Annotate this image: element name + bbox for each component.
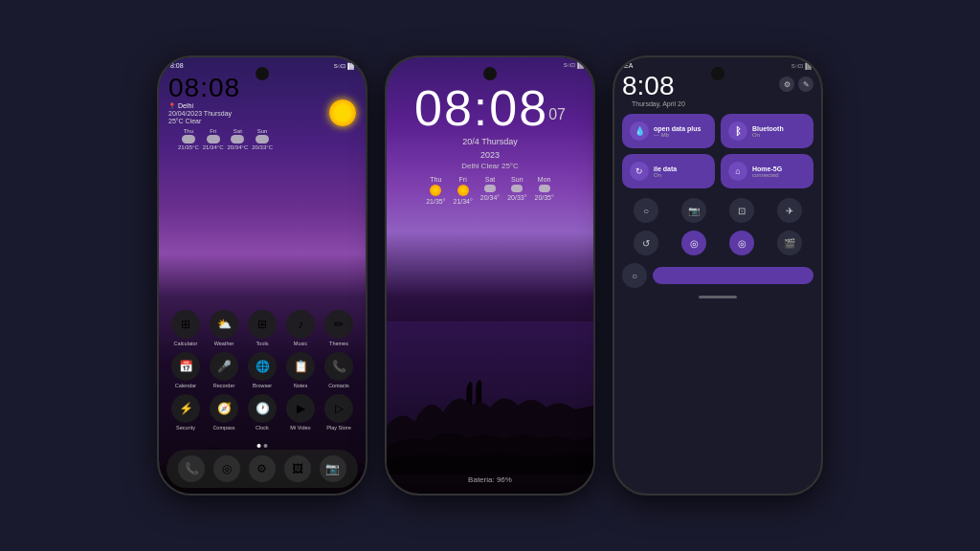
- cc-tile-mobiledata[interactable]: ↻ ile data On: [622, 154, 715, 188]
- app-themes[interactable]: ✏ Themes: [322, 310, 356, 346]
- lock-hours: 08:08: [414, 80, 548, 136]
- app-row-1: ⊞ Calculator ⛅ Weather ⊞ Tools ♪ Music: [167, 310, 358, 346]
- volume-slider[interactable]: [653, 267, 813, 284]
- tools-label: Tools: [256, 341, 269, 346]
- cloud-icon-fri: [207, 135, 220, 143]
- cc-tile-data[interactable]: 💧 open data plus — Mb: [622, 114, 715, 148]
- bluetooth-tile-text: Bluetooth On: [752, 125, 784, 138]
- app-grid: ⊞ Calculator ⛅ Weather ⊞ Tools ♪ Music: [159, 310, 366, 436]
- app-compass[interactable]: 🧭 Compass: [207, 394, 241, 430]
- status-bar-1: 8:08 S○⊡▐▓: [159, 57, 366, 73]
- temp-display: 25°C Clear: [168, 118, 240, 124]
- bluetooth-icon: ᛒ: [728, 121, 747, 141]
- mobiledata-tile-text: ile data On: [654, 165, 677, 178]
- forecast-sun: Sun 20/33°C: [252, 128, 273, 150]
- app-row-2: 📅 Calendar 🎤 Recorder 🌐 Browser 📋 Notes: [167, 352, 358, 388]
- cc-edit-icon[interactable]: ✎: [798, 77, 813, 92]
- status-icons-1: S○⊡▐▓: [334, 62, 354, 69]
- forecast-thu: Thu 21/35°C: [178, 128, 199, 150]
- app-browser[interactable]: 🌐 Browser: [245, 352, 279, 388]
- security-label: Security: [176, 425, 195, 430]
- cc-location-btn[interactable]: ○: [634, 198, 658, 223]
- data-title: open data plus: [654, 125, 701, 132]
- contacts-label: Contacts: [328, 383, 349, 388]
- cloud-icon-sat: [231, 135, 244, 143]
- calculator-label: Calculator: [174, 341, 198, 346]
- cc-airplane-btn[interactable]: ✈: [777, 198, 802, 223]
- weather-widget: 08:08 📍 Delhi 20/04/2023 Thursday 25°C C…: [159, 73, 366, 156]
- phone-3-screen: EA S○⊡▐▓ 8:08 Thursday, April 20 ⚙ ✎: [614, 57, 821, 494]
- phone-1-screen: 8:08 S○⊡▐▓ 08:08 📍 Delhi 20/04/2023 Thur…: [159, 57, 366, 494]
- cc-user-label: EA: [624, 62, 633, 69]
- cc-moon-btn[interactable]: ◎: [729, 231, 754, 255]
- phone-1: 8:08 S○⊡▐▓ 08:08 📍 Delhi 20/04/2023 Thur…: [157, 55, 368, 496]
- lock-forecast: Thu 21/35° Fri 21/34° Sat 20/34° Sun: [387, 176, 593, 205]
- lock-sat: Sat 20/34°: [480, 176, 500, 205]
- browser-label: Browser: [253, 383, 272, 388]
- lock-sun-fri: [457, 185, 469, 196]
- phone-2-screen: S○⊡▐▓ 08:0807 20/4 Thursday 2023 Delhi C…: [387, 57, 593, 494]
- recorder-icon: 🎤: [210, 352, 238, 381]
- status-time: 8:08: [170, 62, 184, 69]
- phone-2: S○⊡▐▓ 08:0807 20/4 Thursday 2023 Delhi C…: [385, 55, 595, 496]
- app-tools[interactable]: ⊞ Tools: [245, 310, 279, 346]
- themes-icon: ✏: [324, 310, 353, 339]
- mobiledata-title: ile data: [654, 165, 677, 172]
- cc-settings-icon[interactable]: ⚙: [779, 77, 794, 92]
- dock-messages[interactable]: ◎: [213, 455, 240, 482]
- wifi-tile-text: Home-5G connected: [752, 165, 782, 178]
- dock-gallery[interactable]: 🖼: [284, 455, 311, 482]
- cc-rotate-btn[interactable]: ↺: [634, 231, 658, 255]
- lock-status-icons: S○⊡▐▓: [564, 61, 584, 68]
- cc-volume-row: ○: [614, 259, 821, 292]
- app-security[interactable]: ⚡ Security: [168, 394, 203, 430]
- app-mivideo[interactable]: ▶ Mi Video: [283, 394, 318, 430]
- cc-tile-wifi[interactable]: ⌂ Home-5G connected: [721, 154, 813, 188]
- cc-top-icons: ⚙ ✎: [779, 73, 813, 92]
- lock-date-line2: 2023: [387, 150, 593, 160]
- forecast-fri: Fri 21/34°C: [203, 128, 224, 150]
- data-sub: — Mb: [654, 132, 701, 138]
- app-contacts[interactable]: 📞 Contacts: [322, 352, 356, 388]
- lock-time: 08:0807: [387, 83, 593, 133]
- battery-text: Bateria: 96%: [468, 475, 512, 484]
- app-row-3: ⚡ Security 🧭 Compass 🕐 Clock ▶ Mi Video: [167, 394, 358, 430]
- calculator-icon: ⊞: [171, 310, 200, 339]
- dock-phone[interactable]: 📞: [178, 455, 205, 482]
- phone-2-bg: S○⊡▐▓ 08:0807 20/4 Thursday 2023 Delhi C…: [387, 57, 593, 494]
- dock: 📞 ◎ ⚙ 🖼 📷: [167, 450, 358, 488]
- cc-screen-btn[interactable]: ⊡: [729, 198, 754, 223]
- cc-icon-row-2: ↺ ◎ ◎ 🎬: [614, 227, 821, 259]
- clock-display: 08:08: [168, 75, 240, 101]
- cc-vol-icon: ○: [622, 263, 647, 288]
- app-weather[interactable]: ⛅ Weather: [207, 310, 241, 346]
- location-text: Delhi: [178, 102, 193, 109]
- cc-scan-btn[interactable]: 📷: [681, 198, 706, 223]
- lock-status-bar: S○⊡▐▓: [387, 57, 593, 72]
- lock-seconds: 07: [548, 106, 566, 122]
- dock-camera[interactable]: 📷: [320, 455, 346, 482]
- clock-icon: 🕐: [248, 394, 277, 423]
- cloud-icon-sun: [256, 135, 269, 143]
- dock-settings[interactable]: ⚙: [249, 455, 276, 482]
- cc-tile-bluetooth[interactable]: ᛒ Bluetooth On: [721, 114, 813, 148]
- app-clock[interactable]: 🕐 Clock: [245, 394, 279, 430]
- page-dots: [257, 444, 268, 448]
- app-calendar[interactable]: 📅 Calendar: [168, 352, 203, 388]
- mobiledata-sub: On: [654, 172, 677, 178]
- forecast-sat: Sat 20/34°C: [228, 128, 249, 150]
- app-notes[interactable]: 📋 Notes: [283, 352, 318, 388]
- home-indicator: [699, 296, 737, 298]
- music-icon: ♪: [286, 310, 315, 339]
- app-recorder[interactable]: 🎤 Recorder: [207, 352, 241, 388]
- app-playstore[interactable]: ▷ Play Store: [322, 394, 356, 430]
- forecast-row: Thu 21/35°C Fri 21/34°C Sat 20/34°C: [168, 124, 356, 154]
- cc-time-row: 8:08 Thursday, April 20 ⚙ ✎: [614, 73, 821, 108]
- app-calculator[interactable]: ⊞ Calculator: [168, 310, 203, 346]
- app-music[interactable]: ♪ Music: [283, 310, 318, 346]
- mobiledata-icon: ↻: [630, 162, 649, 181]
- cc-video-btn[interactable]: 🎬: [777, 231, 802, 255]
- cc-focus-btn[interactable]: ◎: [681, 231, 706, 255]
- data-tile-text: open data plus — Mb: [654, 125, 701, 138]
- dot-2: [264, 444, 268, 448]
